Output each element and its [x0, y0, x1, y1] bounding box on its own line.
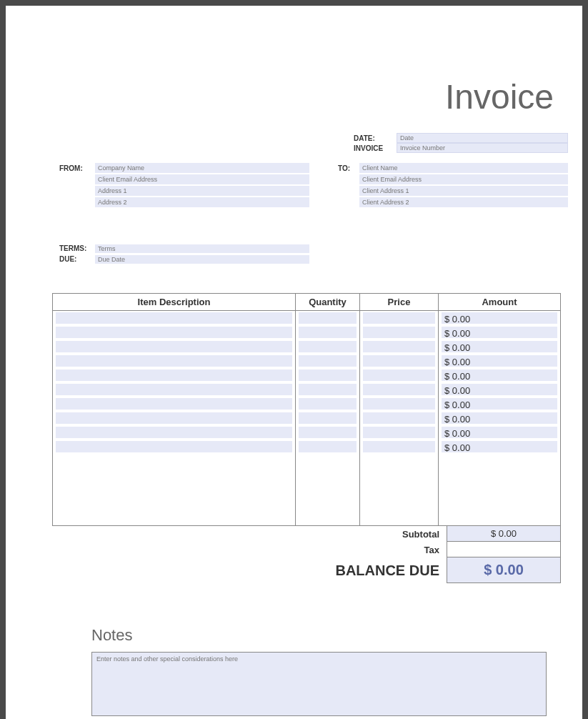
item-quantity-field[interactable]: [299, 355, 357, 367]
from-block: FROM: Company Name Client Email Address …: [59, 163, 309, 207]
col-header-quantity: Quantity: [296, 294, 360, 310]
item-amount-cell: $ 0.00: [442, 327, 557, 338]
due-field[interactable]: Due Date: [95, 255, 309, 264]
item-price-field[interactable]: [363, 355, 435, 367]
tax-value[interactable]: [447, 542, 561, 557]
item-amount-value: $ 0.00: [442, 314, 470, 324]
items-table: Item Description Quantity Price Amount $…: [52, 293, 561, 526]
from-label: FROM:: [59, 163, 95, 207]
item-amount-cell: $ 0.00: [442, 427, 557, 438]
item-price-field[interactable]: [363, 312, 435, 324]
item-quantity-field[interactable]: [299, 341, 357, 352]
to-name-field[interactable]: Client Name: [359, 163, 568, 173]
item-price-field[interactable]: [363, 398, 435, 410]
to-block: TO: Client Name Client Email Address Cli…: [338, 163, 568, 207]
item-description-field[interactable]: [56, 427, 292, 438]
date-field[interactable]: Date: [397, 133, 568, 143]
to-label: TO:: [338, 163, 359, 207]
item-amount-value: $ 0.00: [442, 400, 470, 410]
meta-block: DATE: Date INVOICE Invoice Number: [354, 133, 568, 153]
item-price-field[interactable]: [363, 441, 435, 452]
from-address1-field[interactable]: Address 1: [95, 186, 309, 196]
item-description-field[interactable]: [56, 384, 292, 395]
table-row: $ 0.00: [53, 411, 560, 425]
item-description-field[interactable]: [56, 441, 292, 452]
due-label: DUE:: [59, 255, 95, 263]
terms-label: TERMS:: [59, 244, 95, 252]
table-row: $ 0.00: [53, 339, 560, 354]
item-amount-value: $ 0.00: [442, 357, 470, 367]
table-row: $ 0.00: [53, 368, 560, 382]
invoice-number-field[interactable]: Invoice Number: [397, 143, 568, 153]
subtotal-value: $ 0.00: [447, 526, 561, 542]
notes-heading: Notes: [91, 626, 568, 645]
table-row: $ 0.00: [53, 325, 560, 339]
item-amount-cell: $ 0.00: [442, 398, 557, 410]
terms-block: TERMS: Terms DUE: Due Date: [59, 243, 309, 264]
item-amount-cell: $ 0.00: [442, 412, 557, 424]
item-amount-cell: $ 0.00: [442, 370, 557, 381]
item-amount-value: $ 0.00: [442, 385, 470, 396]
table-row: $ 0.00: [53, 354, 560, 368]
item-price-field[interactable]: [363, 427, 435, 438]
item-amount-value: $ 0.00: [442, 428, 470, 439]
to-address1-field[interactable]: Client Address 1: [359, 186, 568, 196]
item-quantity-field[interactable]: [299, 441, 357, 452]
item-price-field[interactable]: [363, 412, 435, 424]
item-amount-value: $ 0.00: [442, 371, 470, 382]
terms-field[interactable]: Terms: [95, 244, 309, 253]
item-amount-value: $ 0.00: [442, 414, 470, 425]
subtotal-label: Subtotal: [354, 529, 447, 540]
table-row: $ 0.00: [53, 425, 560, 440]
item-quantity-field[interactable]: [299, 384, 357, 395]
item-amount-value: $ 0.00: [442, 328, 470, 339]
balance-due-value: $ 0.00: [447, 557, 561, 583]
from-company-field[interactable]: Company Name: [95, 163, 309, 173]
item-amount-cell: $ 0.00: [442, 341, 557, 352]
item-description-field[interactable]: [56, 327, 292, 338]
date-label: DATE:: [354, 134, 397, 142]
table-row: $ 0.00: [53, 382, 560, 397]
item-amount-cell: $ 0.00: [442, 441, 557, 452]
item-amount-value: $ 0.00: [442, 442, 470, 453]
col-header-price: Price: [360, 294, 439, 310]
item-description-field[interactable]: [56, 312, 292, 324]
balance-due-label: BALANCE DUE: [275, 562, 447, 579]
totals-block: Subtotal $ 0.00 Tax BALANCE DUE $ 0.00: [52, 526, 561, 583]
item-description-field[interactable]: [56, 355, 292, 367]
item-price-field[interactable]: [363, 341, 435, 352]
table-row: $ 0.00: [53, 397, 560, 411]
item-quantity-field[interactable]: [299, 398, 357, 410]
item-price-field[interactable]: [363, 327, 435, 338]
to-email-field[interactable]: Client Email Address: [359, 174, 568, 184]
item-amount-cell: $ 0.00: [442, 312, 557, 324]
item-quantity-field[interactable]: [299, 370, 357, 381]
table-row: $ 0.00: [53, 440, 560, 454]
col-header-amount: Amount: [439, 294, 560, 310]
item-quantity-field[interactable]: [299, 427, 357, 438]
col-header-description: Item Description: [53, 294, 296, 310]
item-description-field[interactable]: [56, 370, 292, 381]
item-quantity-field[interactable]: [299, 327, 357, 338]
from-email-field[interactable]: Client Email Address: [95, 174, 309, 184]
invoice-page: Invoice DATE: Date INVOICE Invoice Numbe…: [6, 6, 582, 719]
item-price-field[interactable]: [363, 384, 435, 395]
tax-label: Tax: [354, 545, 447, 555]
item-quantity-field[interactable]: [299, 312, 357, 324]
item-quantity-field[interactable]: [299, 412, 357, 424]
item-amount-value: $ 0.00: [442, 342, 470, 353]
item-price-field[interactable]: [363, 370, 435, 381]
from-address2-field[interactable]: Address 2: [95, 197, 309, 207]
item-description-field[interactable]: [56, 412, 292, 424]
item-amount-cell: $ 0.00: [442, 384, 557, 395]
invoice-number-label: INVOICE: [354, 144, 397, 152]
table-row: $ 0.00: [53, 311, 560, 325]
to-address2-field[interactable]: Client Address 2: [359, 197, 568, 207]
item-description-field[interactable]: [56, 398, 292, 410]
notes-field[interactable]: Enter notes and other special considerat…: [91, 652, 547, 716]
item-amount-cell: $ 0.00: [442, 355, 557, 367]
page-title: Invoice: [445, 77, 554, 116]
item-description-field[interactable]: [56, 341, 292, 352]
